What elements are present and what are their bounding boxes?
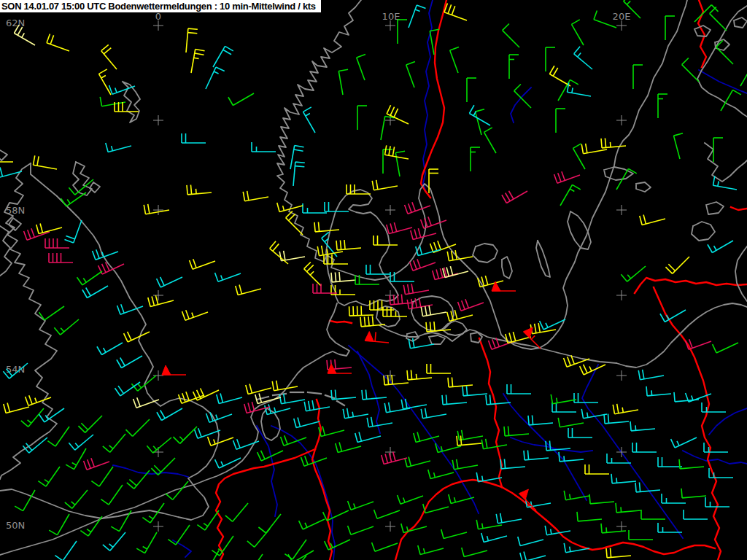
latitude-label: 62N: [6, 18, 25, 28]
weather-app-window: 010E20E62N58N54N50N SON 14.01.07 15:00 U…: [0, 0, 747, 560]
title-text: SON 14.01.07 15:00 UTC Bodenwettermeldun…: [1, 1, 316, 12]
latitude-label: 58N: [6, 205, 25, 216]
title-bar: SON 14.01.07 15:00 UTC Bodenwettermeldun…: [0, 0, 321, 12]
longitude-label: 0: [155, 11, 161, 22]
latitude-label: 50N: [6, 520, 25, 531]
surface-wind-map: 010E20E62N58N54N50N: [0, 0, 747, 560]
longitude-label: 20E: [613, 11, 631, 22]
